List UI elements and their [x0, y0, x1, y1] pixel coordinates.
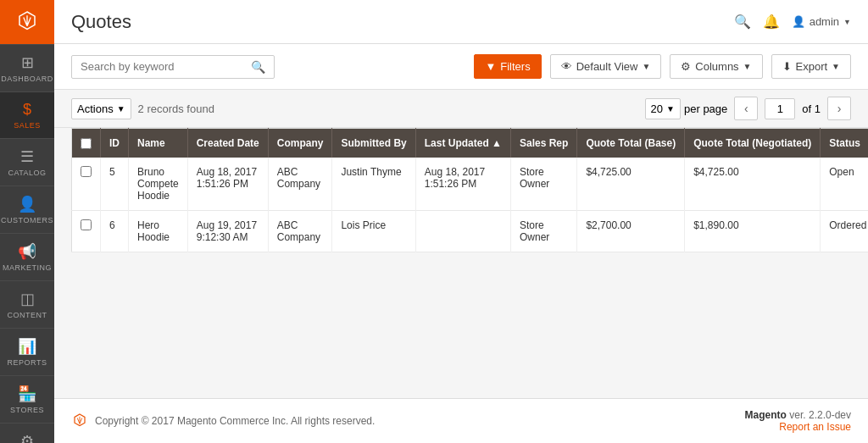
export-dropdown-arrow: ▼	[832, 62, 840, 71]
sidebar-item-label: STORES	[10, 406, 44, 414]
cell-company: ABC Company	[268, 158, 332, 211]
sidebar-item-dashboard[interactable]: ⊞ DASHBOARD	[0, 44, 54, 91]
col-submitted-by[interactable]: Submitted By	[332, 129, 415, 158]
content-icon: ◫	[20, 290, 35, 308]
footer-right: Magento ver. 2.2.0-dev Report an Issue	[745, 409, 851, 433]
notification-icon[interactable]: 🔔	[763, 14, 780, 30]
columns-dropdown-arrow: ▼	[743, 62, 752, 71]
catalog-icon: ☰	[20, 147, 34, 166]
cell-submitted-by: Lois Price	[332, 211, 415, 252]
topbar: Quotes 🔍 🔔 👤 admin ▼	[54, 0, 868, 44]
toolbar-right: ▼ Filters 👁 Default View ▼ ⚙ Columns ▼ ⬇…	[474, 54, 851, 79]
records-count: 2 records found	[138, 102, 214, 115]
cell-company: ABC Company	[268, 211, 332, 252]
actions-dropdown-arrow: ▼	[117, 104, 125, 114]
dashboard-icon: ⊞	[21, 53, 34, 72]
user-dropdown-arrow: ▼	[843, 18, 851, 26]
quotes-table: ID Name Created Date Company Submitted B…	[71, 128, 868, 252]
col-created-date[interactable]: Created Date	[187, 129, 268, 158]
cell-submitted-by: Justin Thyme	[332, 158, 415, 211]
footer-magento-text: Magento	[745, 409, 787, 421]
footer-version: ver. 2.2.0-dev	[789, 409, 851, 421]
user-label: admin	[810, 15, 839, 28]
page-number-input[interactable]	[765, 98, 795, 119]
sidebar-logo[interactable]	[0, 0, 54, 44]
row-checkbox[interactable]	[81, 219, 92, 230]
sidebar-item-label: SALES	[14, 121, 41, 130]
sidebar-item-stores[interactable]: 🏪 STORES	[0, 375, 54, 423]
footer-logo: Copyright © 2017 Magento Commerce Inc. A…	[71, 413, 375, 429]
report-issue-link[interactable]: Report an Issue	[745, 421, 851, 433]
table-row: 5 Bruno Compete Hoodie Aug 18, 2017 1:51…	[72, 158, 869, 211]
pagination: 20 ▼ per page ‹ of 1 ›	[645, 97, 851, 120]
sidebar: ⊞ DASHBOARD $ SALES ☰ CATALOG 👤 CUSTOMER…	[0, 0, 54, 443]
col-status[interactable]: Status	[821, 129, 868, 158]
col-quote-total-base[interactable]: Quote Total (Base)	[577, 129, 685, 158]
sidebar-item-customers[interactable]: 👤 CUSTOMERS	[0, 186, 54, 233]
export-icon: ⬇	[782, 60, 792, 73]
columns-icon: ⚙	[681, 60, 691, 73]
cell-quote-total-base: $2,700.00	[577, 211, 685, 252]
sidebar-item-marketing[interactable]: 📢 MARKETING	[0, 233, 54, 280]
sidebar-item-label: MARKETING	[3, 263, 52, 272]
default-view-button[interactable]: 👁 Default View ▼	[550, 54, 662, 79]
export-button[interactable]: ⬇ Export ▼	[771, 54, 851, 79]
cell-checkbox	[72, 158, 101, 211]
footer-copyright: Copyright © 2017 Magento Commerce Inc. A…	[95, 415, 375, 427]
next-page-button[interactable]: ›	[827, 97, 851, 120]
toolbar: 🔍 ▼ Filters 👁 Default View ▼ ⚙ Columns ▼…	[54, 44, 868, 90]
cell-created-date: Aug 19, 2017 9:12:30 AM	[187, 211, 268, 252]
sidebar-item-reports[interactable]: 📊 REPORTS	[0, 328, 54, 375]
search-input[interactable]	[81, 60, 251, 73]
cell-id: 6	[101, 211, 129, 252]
cell-quote-total-negotiated: $1,890.00	[685, 211, 821, 252]
search-box[interactable]: 🔍	[71, 55, 275, 79]
cell-quote-total-negotiated: $4,725.00	[685, 158, 821, 211]
content-area: ID Name Created Date Company Submitted B…	[54, 128, 868, 443]
actions-dropdown[interactable]: Actions ▼	[71, 98, 131, 119]
actions-bar: Actions ▼ 2 records found 20 ▼ per page …	[54, 90, 868, 128]
view-label: Default View	[576, 60, 638, 73]
per-page-value: 20	[651, 102, 663, 115]
columns-label: Columns	[695, 60, 738, 73]
system-icon: ⚙	[20, 432, 34, 443]
toolbar-left: 🔍	[71, 55, 275, 79]
filters-button[interactable]: ▼ Filters	[474, 54, 541, 79]
cell-last-updated: Aug 18, 2017 1:51:26 PM	[415, 158, 510, 211]
row-checkbox[interactable]	[81, 166, 92, 177]
search-submit-icon[interactable]: 🔍	[251, 60, 265, 74]
user-icon: 👤	[792, 15, 805, 28]
select-all-checkbox[interactable]	[81, 138, 92, 149]
marketing-icon: 📢	[18, 242, 36, 261]
columns-button[interactable]: ⚙ Columns ▼	[670, 54, 762, 79]
per-page-selector: 20 ▼ per page	[645, 98, 728, 119]
col-id[interactable]: ID	[101, 129, 129, 158]
cell-created-date: Aug 18, 2017 1:51:26 PM	[187, 158, 268, 211]
export-label: Export	[796, 60, 828, 73]
prev-page-button[interactable]: ‹	[734, 97, 758, 120]
sidebar-item-system[interactable]: ⚙ SYSTEM	[0, 423, 54, 443]
view-icon: 👁	[561, 60, 572, 73]
cell-checkbox	[72, 211, 101, 252]
search-icon[interactable]: 🔍	[734, 14, 751, 30]
cell-quote-total-base: $4,725.00	[577, 158, 685, 211]
sidebar-item-label: CUSTOMERS	[1, 216, 53, 224]
main-content: Quotes 🔍 🔔 👤 admin ▼ 🔍 ▼ Filters 👁	[54, 0, 868, 443]
col-company[interactable]: Company	[268, 129, 332, 158]
col-last-updated[interactable]: Last Updated ▲	[415, 129, 510, 158]
user-menu[interactable]: 👤 admin ▼	[792, 15, 851, 28]
filter-icon: ▼	[485, 60, 496, 73]
sidebar-item-content[interactable]: ◫ CONTENT	[0, 280, 54, 328]
col-quote-total-negotiated[interactable]: Quote Total (Negotiated)	[685, 129, 821, 158]
sidebar-item-label: CATALOG	[8, 169, 46, 177]
actions-label: Actions	[77, 102, 114, 115]
footer: Copyright © 2017 Magento Commerce Inc. A…	[54, 398, 868, 443]
sidebar-item-catalog[interactable]: ☰ CATALOG	[0, 138, 54, 186]
col-name[interactable]: Name	[129, 129, 188, 158]
sidebar-item-sales[interactable]: $ SALES	[0, 91, 54, 138]
col-sales-rep[interactable]: Sales Rep	[511, 129, 577, 158]
footer-magento-icon	[71, 413, 88, 429]
cell-name: Hero Hoodie	[129, 211, 188, 252]
per-page-dropdown[interactable]: 20 ▼	[645, 98, 681, 119]
cell-sales-rep: Store Owner	[511, 158, 577, 211]
